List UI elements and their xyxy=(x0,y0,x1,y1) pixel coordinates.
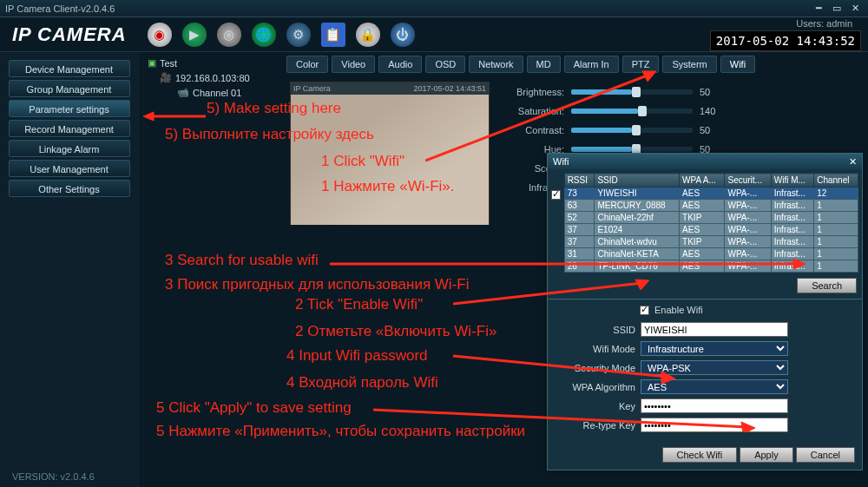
close-icon[interactable]: ✕ xyxy=(847,3,863,15)
tree-ip[interactable]: 🎥192.168.0.103:80 xyxy=(139,70,278,85)
power-icon[interactable]: ⏻ xyxy=(391,23,415,47)
window-title: IP Camera Client-v2.0.4.6 xyxy=(5,3,115,14)
tab-osd[interactable]: OSD xyxy=(425,56,465,73)
wifi-select-checkbox[interactable] xyxy=(551,190,561,200)
tabs: ColorVideoAudioOSDNetworkMDAlarm InPTZSy… xyxy=(278,52,868,76)
log-icon[interactable]: 📋 xyxy=(321,23,345,47)
tab-network[interactable]: Network xyxy=(469,56,523,73)
wifi-row[interactable]: 31ChinaNet-KETAAESWPA-...Infrast...1 xyxy=(564,248,858,260)
sidebar: Device ManagementGroup ManagementParamet… xyxy=(0,52,139,487)
wifi-table[interactable]: RSSISSIDWPA A...Securit...Wifi M...Chann… xyxy=(564,173,858,273)
security-mode-select[interactable]: WPA-PSK xyxy=(641,360,788,375)
globe-icon[interactable]: 🌐 xyxy=(252,23,276,47)
wifi-row[interactable]: 52ChinaNet-22hfTKIPWPA-...Infrast...1 xyxy=(564,212,858,224)
header: IP CAMERA ◉ ▶ ◎ 🌐 ⚙ 📋 🔒 ⏻ Users: admin 2… xyxy=(0,17,868,52)
apply-button[interactable]: Apply xyxy=(740,447,793,463)
user-label: Users: admin xyxy=(796,18,852,29)
wifi-row[interactable]: 63MERCURY_0888AESWPA-...Infrast...1 xyxy=(564,200,858,212)
wifi-window: Wifi ✕ RSSISSIDWPA A...Securit...Wifi M.… xyxy=(547,153,863,471)
retype-key-input[interactable] xyxy=(641,418,788,432)
wifi-window-header[interactable]: Wifi ✕ xyxy=(548,154,862,169)
maximize-icon[interactable]: ▭ xyxy=(829,3,845,15)
search-button[interactable]: Search xyxy=(797,278,857,293)
tab-video[interactable]: Video xyxy=(332,56,375,73)
logo: IP CAMERA xyxy=(12,23,127,46)
sidebar-item-other-settings[interactable]: Other Settings xyxy=(9,180,130,197)
check-wifi-button[interactable]: Check Wifi xyxy=(662,447,738,463)
tab-md[interactable]: MD xyxy=(527,56,561,73)
cancel-button[interactable]: Cancel xyxy=(796,447,855,463)
wifi-list: RSSISSIDWPA A...Securit...Wifi M...Chann… xyxy=(548,169,862,276)
wifi-mode-select[interactable]: Infrastructure xyxy=(641,341,788,356)
enable-wifi-label: Enable Wifi xyxy=(654,305,703,315)
sidebar-item-device-management[interactable]: Device Management xyxy=(9,60,130,77)
tab-alarm in[interactable]: Alarm In xyxy=(564,56,619,73)
wpa-algorithm-select[interactable]: AES xyxy=(641,379,788,394)
slider[interactable] xyxy=(571,89,693,95)
eye-icon[interactable]: ◉ xyxy=(148,23,172,47)
lock-icon[interactable]: 🔒 xyxy=(356,23,380,47)
sidebar-item-user-management[interactable]: User Management xyxy=(9,160,130,177)
play-icon[interactable]: ▶ xyxy=(182,23,207,47)
toolbar: ◉ ▶ ◎ 🌐 ⚙ 📋 🔒 ⏻ xyxy=(148,23,415,47)
version: VERSION: v2.0.4.6 xyxy=(12,471,95,482)
slider[interactable] xyxy=(571,109,693,114)
tab-color[interactable]: Color xyxy=(286,56,328,73)
titlebar: IP Camera Client-v2.0.4.6 ━ ▭ ✕ xyxy=(0,0,868,17)
sidebar-item-parameter-settings[interactable]: Parameter settings xyxy=(9,100,130,117)
slider[interactable] xyxy=(571,147,693,152)
device-tree: ▣Test 🎥192.168.0.103:80 📹Channel 01 xyxy=(139,52,278,487)
wifi-row[interactable]: 37E1024AESWPA-...Infrast...1 xyxy=(564,224,858,236)
video-preview: IP Camera2017-05-02 14:43:51 xyxy=(290,82,490,225)
clock: 2017-05-02 14:43:52 xyxy=(710,30,861,51)
enable-wifi-checkbox[interactable] xyxy=(640,306,649,315)
tab-ptz[interactable]: PTZ xyxy=(622,56,660,73)
slider[interactable] xyxy=(571,128,693,133)
disc-icon[interactable]: ◎ xyxy=(217,23,241,47)
ssid-input[interactable] xyxy=(641,322,788,337)
sidebar-item-record-management[interactable]: Record Management xyxy=(9,120,130,137)
sidebar-item-group-management[interactable]: Group Management xyxy=(9,80,130,97)
tab-audio[interactable]: Audio xyxy=(378,56,422,73)
key-input[interactable] xyxy=(641,398,788,413)
sidebar-item-linkage-alarm[interactable]: Linkage Alarm xyxy=(9,140,130,157)
wifi-row[interactable]: 26TP-LINK_CD76AESWPA-...Infrast...1 xyxy=(564,260,858,273)
minimize-icon[interactable]: ━ xyxy=(811,3,826,15)
gear-icon[interactable]: ⚙ xyxy=(286,23,311,47)
tab-wifi[interactable]: Wifi xyxy=(720,56,755,73)
wifi-row[interactable]: 73YIWEISHIAESWPA-...Infrast...12 xyxy=(564,188,858,200)
wifi-close-icon[interactable]: ✕ xyxy=(849,156,857,168)
wifi-row[interactable]: 37ChinaNet-wdvuTKIPWPA-...Infrast...1 xyxy=(564,236,858,248)
tree-root[interactable]: ▣Test xyxy=(139,56,278,70)
tree-channel[interactable]: 📹Channel 01 xyxy=(139,85,278,100)
tab-systerm[interactable]: Systerm xyxy=(662,56,716,73)
wifi-form: Enable Wifi SSID Wifi ModeInfrastructure… xyxy=(548,299,862,442)
